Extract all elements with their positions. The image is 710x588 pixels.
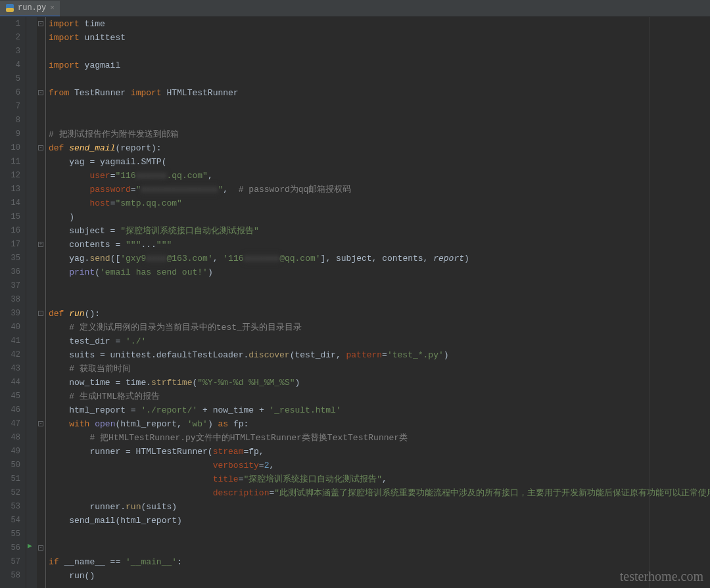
line-number: 15 [0, 210, 20, 224]
line-number: 14 [0, 196, 20, 210]
fold-minus-icon[interactable]: - [38, 311, 43, 316]
line-number: 44 [0, 376, 20, 390]
fold-plus-icon[interactable]: + [38, 242, 43, 247]
line-number: 43 [0, 362, 20, 376]
code-line: def send_mail(report): [49, 141, 710, 155]
code-line [49, 114, 710, 127]
line-number: 7 [0, 100, 20, 114]
line-number: 39 [0, 307, 20, 321]
line-number: 35 [0, 252, 20, 265]
code-line: yag.send(['gxy9xxxx@163.com', '116xxxxxx… [49, 252, 710, 265]
line-number: 10 [0, 141, 20, 155]
code-line: host="smtp.qq.com" [49, 196, 710, 210]
fold-minus-icon[interactable]: - [38, 421, 43, 426]
tab-file[interactable]: run.py × [0, 1, 60, 16]
code-line: # 把HtMLTestRunner.py文件中的HTMLTestRunner类替… [49, 431, 710, 445]
code-line: send_mail(html_report) [49, 514, 710, 528]
run-arrow-icon[interactable]: ▶ [28, 541, 32, 550]
line-number: 55 [0, 528, 20, 541]
code-line: # 定义测试用例的目录为当前目录中的test_开头的目录目录 [49, 321, 710, 334]
code-line: now_time = time.strftime("%Y-%m-%d %H_%M… [49, 376, 710, 390]
fold-minus-icon[interactable]: - [38, 145, 43, 150]
code-line [49, 72, 710, 86]
line-number: 37 [0, 279, 20, 293]
tab-close-icon[interactable]: × [50, 4, 55, 12]
tab-bar: run.py × [0, 0, 710, 17]
code-line: run() [49, 569, 710, 583]
line-number: 57 [0, 555, 20, 569]
code-line: # 获取当前时间 [49, 362, 710, 376]
code-line: verbosity=2, [49, 459, 710, 472]
code-line: user="116xxxxxx.qq.com", [49, 169, 710, 183]
fold-minus-icon[interactable]: - [38, 21, 43, 26]
svg-rect-1 [6, 8, 14, 12]
code-line: html_report = './report/' + now_time + '… [49, 403, 710, 417]
code-line: import yagmail [49, 58, 710, 72]
code-line: subject = "探腔培训系统接口自动化测试报告" [49, 224, 710, 238]
tab-filename: run.py [18, 3, 46, 12]
code-line: suits = unittest.defaultTestLoader.disco… [49, 348, 710, 362]
code-line: from TestRunner import HTMLTestRunner [49, 86, 710, 100]
line-number: 54 [0, 514, 20, 528]
code-line: description="此测试脚本涵盖了探腔培训系统重要功能流程中涉及的所有接… [49, 486, 710, 500]
line-number: 49 [0, 445, 20, 459]
code-line: with open(html_report, 'wb') as fp: [49, 417, 710, 431]
code-line: # 生成HTML格式的报告 [49, 390, 710, 403]
line-number: 47 [0, 417, 20, 431]
line-number: 13 [0, 183, 20, 196]
line-number: 58 [0, 569, 20, 583]
code-line: password="xxxxxxxxxxxxxxx", # password为q… [49, 183, 710, 196]
line-number: 4 [0, 58, 20, 72]
line-number: 51 [0, 472, 20, 486]
line-number: 17 [0, 238, 20, 252]
code-line: print('email has send out!') [49, 265, 710, 279]
line-number: 3 [0, 45, 20, 58]
line-number: 42 [0, 348, 20, 362]
line-number: 12 [0, 169, 20, 183]
line-number: 40 [0, 321, 20, 334]
fold-minus-icon[interactable]: - [38, 545, 43, 551]
fold-gutter: - - - + - - - [37, 17, 46, 588]
line-number-gutter: 1234567891011121314151617353637383940414… [0, 17, 26, 588]
line-number: 45 [0, 390, 20, 403]
line-number: 53 [0, 500, 20, 514]
fold-minus-icon[interactable]: - [38, 90, 43, 95]
line-number: 38 [0, 293, 20, 307]
code-line: runner = HTMLTestRunner(stream=fp, [49, 445, 710, 459]
line-number: 2 [0, 31, 20, 45]
code-line: test_dir = './' [49, 334, 710, 348]
bookmark-gutter: ▶ [26, 17, 37, 588]
right-margin-line [650, 17, 650, 588]
code-line: # 把测试报告作为附件发送到邮箱 [49, 127, 710, 141]
code-line: runner.run(suits) [49, 500, 710, 514]
code-line [49, 100, 710, 114]
code-line [49, 279, 710, 293]
line-number: 6 [0, 86, 20, 100]
editor[interactable]: 1234567891011121314151617353637383940414… [0, 17, 710, 588]
code-area[interactable]: import timeimport unittestimport yagmail… [46, 17, 710, 588]
code-line: title="探腔培训系统接口自动化测试报告", [49, 472, 710, 486]
code-line [49, 293, 710, 307]
code-line: import time [49, 17, 710, 31]
code-line: import unittest [49, 31, 710, 45]
python-file-icon [5, 3, 14, 12]
line-number: 46 [0, 403, 20, 417]
line-number: 56 [0, 541, 20, 555]
code-line: ) [49, 210, 710, 224]
line-number: 48 [0, 431, 20, 445]
line-number: 36 [0, 265, 20, 279]
line-number: 50 [0, 459, 20, 472]
line-number: 41 [0, 334, 20, 348]
line-number: 52 [0, 486, 20, 500]
code-line [49, 541, 710, 555]
line-number: 11 [0, 155, 20, 169]
code-line: def run(): [49, 307, 710, 321]
line-number: 9 [0, 127, 20, 141]
code-line [49, 528, 710, 541]
code-line: contents = """...""" [49, 238, 710, 252]
line-number: 5 [0, 72, 20, 86]
line-number: 1 [0, 17, 20, 31]
line-number: 16 [0, 224, 20, 238]
code-line: yag = yagmail.SMTP( [49, 155, 710, 169]
code-line: if __name__ == '__main__': [49, 555, 710, 569]
